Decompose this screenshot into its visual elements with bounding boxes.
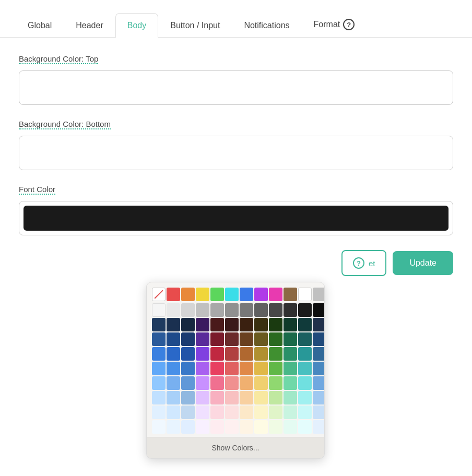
swatch-grid[interactable] [254, 420, 268, 434]
swatch-grid[interactable] [240, 420, 253, 434]
swatch-orange[interactable] [181, 288, 195, 301]
swatch-grid[interactable] [225, 332, 239, 346]
swatch-grid[interactable] [298, 318, 312, 331]
swatch-grid[interactable] [167, 406, 180, 419]
swatch-grid[interactable] [152, 303, 166, 317]
swatch-grid[interactable] [210, 376, 224, 390]
swatch-grid[interactable] [240, 362, 253, 375]
swatch-grid[interactable] [225, 318, 239, 331]
swatch-grid[interactable] [284, 318, 297, 331]
swatch-grid[interactable] [298, 362, 312, 375]
show-colors-button[interactable]: Show Colors... [147, 437, 324, 458]
swatch-grid[interactable] [196, 420, 209, 434]
swatch-grid[interactable] [196, 318, 209, 331]
swatch-grid[interactable] [298, 347, 312, 361]
swatch-grid[interactable] [152, 318, 166, 331]
swatch-grid[interactable] [167, 303, 180, 317]
swatch-grid[interactable] [225, 362, 239, 375]
bg-bottom-input-wrapper[interactable] [19, 136, 453, 170]
swatch-grid[interactable] [254, 332, 268, 346]
swatch-grid[interactable] [181, 391, 195, 404]
swatch-grid[interactable] [196, 347, 209, 361]
swatch-none[interactable] [152, 288, 166, 301]
reset-button[interactable]: ? et [341, 250, 387, 276]
swatch-purple[interactable] [254, 288, 268, 301]
swatch-grid[interactable] [298, 332, 312, 346]
tab-header[interactable]: Header [64, 13, 115, 38]
swatch-grid[interactable] [313, 332, 325, 346]
font-color-input-wrapper[interactable] [19, 201, 453, 235]
swatch-grid[interactable] [152, 420, 166, 434]
swatch-grid[interactable] [284, 362, 297, 375]
swatch-grid[interactable] [210, 347, 224, 361]
swatch-grid[interactable] [196, 376, 209, 390]
swatch-grid[interactable] [313, 347, 325, 361]
swatch-grid[interactable] [240, 332, 253, 346]
swatch-grid[interactable] [313, 303, 325, 317]
swatch-grid[interactable] [196, 362, 209, 375]
swatch-grid[interactable] [254, 318, 268, 331]
font-color-box[interactable] [23, 206, 449, 231]
swatch-grid[interactable] [284, 376, 297, 390]
swatch-grid[interactable] [210, 318, 224, 331]
swatch-grid[interactable] [225, 376, 239, 390]
swatch-grid[interactable] [254, 303, 268, 317]
swatch-grid[interactable] [240, 391, 253, 404]
swatch-grid[interactable] [196, 391, 209, 404]
swatch-grid[interactable] [269, 362, 282, 375]
format-help-icon[interactable]: ? [343, 19, 355, 30]
swatch-grid[interactable] [167, 420, 180, 434]
swatch-grid[interactable] [181, 318, 195, 331]
swatch-grid[interactable] [196, 332, 209, 346]
tab-global[interactable]: Global [16, 13, 64, 38]
swatch-grid[interactable] [167, 318, 180, 331]
swatch-grid[interactable] [181, 303, 195, 317]
swatch-grid[interactable] [152, 347, 166, 361]
swatch-grid[interactable] [225, 347, 239, 361]
swatch-grid[interactable] [254, 376, 268, 390]
swatch-grid[interactable] [313, 376, 325, 390]
swatch-grid[interactable] [225, 420, 239, 434]
swatch-grid[interactable] [269, 318, 282, 331]
swatch-grid[interactable] [225, 406, 239, 419]
swatch-grid[interactable] [181, 362, 195, 375]
swatch-grid[interactable] [167, 391, 180, 404]
swatch-yellow[interactable] [196, 288, 209, 301]
swatch-grid[interactable] [269, 376, 282, 390]
swatch-grid[interactable] [313, 391, 325, 404]
tab-button-input[interactable]: Button / Input [158, 13, 232, 38]
swatch-grid[interactable] [210, 391, 224, 404]
swatch-grid[interactable] [181, 332, 195, 346]
swatch-grid[interactable] [167, 362, 180, 375]
swatch-grid[interactable] [181, 406, 195, 419]
swatch-grid[interactable] [196, 406, 209, 419]
swatch-red[interactable] [167, 288, 180, 301]
swatch-pink[interactable] [269, 288, 282, 301]
swatch-grid[interactable] [313, 420, 325, 434]
swatch-grid[interactable] [313, 406, 325, 419]
swatch-grid[interactable] [152, 406, 166, 419]
swatch-grid[interactable] [152, 332, 166, 346]
swatch-grid[interactable] [254, 406, 268, 419]
swatch-grid[interactable] [254, 391, 268, 404]
swatch-grid[interactable] [298, 406, 312, 419]
swatch-grid[interactable] [240, 376, 253, 390]
swatch-grid[interactable] [210, 303, 224, 317]
swatch-grid[interactable] [152, 362, 166, 375]
swatch-grid[interactable] [181, 376, 195, 390]
swatch-grid[interactable] [269, 332, 282, 346]
swatch-grid[interactable] [210, 420, 224, 434]
swatch-grid[interactable] [298, 303, 312, 317]
update-button[interactable]: Update [393, 251, 453, 275]
swatch-grid[interactable] [298, 420, 312, 434]
swatch-grid[interactable] [240, 303, 253, 317]
swatch-cyan[interactable] [225, 288, 239, 301]
tab-notifications[interactable]: Notifications [232, 13, 301, 38]
swatch-grid[interactable] [269, 391, 282, 404]
bg-top-input-wrapper[interactable] [19, 70, 453, 105]
swatch-grid[interactable] [181, 420, 195, 434]
swatch-grid[interactable] [167, 332, 180, 346]
swatch-grid[interactable] [284, 391, 297, 404]
bg-bottom-color-box[interactable] [23, 140, 449, 165]
swatch-grid[interactable] [225, 303, 239, 317]
